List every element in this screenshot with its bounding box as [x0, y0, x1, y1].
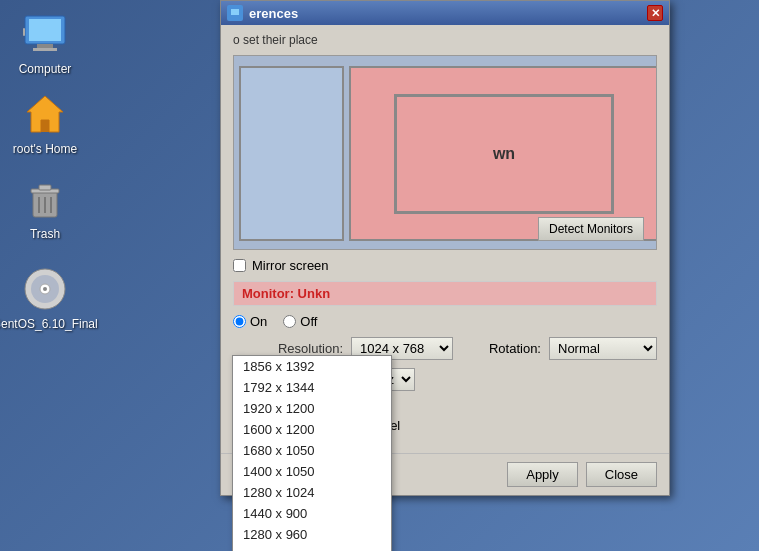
- trash-icon: [21, 175, 69, 223]
- svg-rect-2: [37, 44, 53, 48]
- rotation-inline: Rotation: Normal Left Right Upside Down: [489, 337, 657, 360]
- monitor-preview: wn Detect Monitors: [233, 55, 657, 250]
- dialog-close-button[interactable]: ✕: [647, 5, 663, 21]
- mirror-screens-checkbox[interactable]: [233, 259, 246, 272]
- desktop-icon-trash[interactable]: Trash: [5, 175, 85, 241]
- dropdown-item-1[interactable]: 1792 x 1344: [233, 377, 391, 398]
- dropdown-item-9[interactable]: 1360 x 768: [233, 545, 391, 551]
- monitor-screen-1[interactable]: [239, 66, 344, 241]
- titlebar-left: erences: [227, 5, 298, 21]
- close-button[interactable]: Close: [586, 462, 657, 487]
- detect-monitors-button[interactable]: Detect Monitors: [538, 217, 644, 241]
- on-radio[interactable]: [233, 315, 246, 328]
- dropdown-item-8[interactable]: 1280 x 960: [233, 524, 391, 545]
- resolution-label: Resolution:: [233, 341, 343, 356]
- off-radio[interactable]: [283, 315, 296, 328]
- mirror-row: Mirror screen: [233, 258, 657, 273]
- home-icon-label: root's Home: [13, 142, 77, 156]
- on-radio-label[interactable]: On: [233, 314, 267, 329]
- rotation-select[interactable]: Normal Left Right Upside Down: [549, 337, 657, 360]
- resolution-dropdown-overlay: 1856 x 1392 1792 x 1344 1920 x 1200 1600…: [232, 355, 392, 551]
- monitor-screen-inner: wn: [394, 94, 614, 214]
- monitor-info-bar: Monitor: Unkn: [233, 281, 657, 306]
- on-off-row: On Off: [233, 314, 657, 329]
- dialog-titlebar: erences ✕: [221, 1, 669, 25]
- computer-icon-label: Computer: [19, 62, 72, 76]
- svg-rect-1: [29, 19, 61, 41]
- dropdown-item-0[interactable]: 1856 x 1392: [233, 356, 391, 377]
- svg-rect-3: [33, 48, 57, 51]
- trash-icon-label: Trash: [30, 227, 60, 241]
- dialog-subtitle: o set their place: [233, 33, 657, 47]
- apply-button[interactable]: Apply: [507, 462, 578, 487]
- home-icon: [21, 90, 69, 138]
- dropdown-item-6[interactable]: 1280 x 1024: [233, 482, 391, 503]
- desktop-icon-home[interactable]: root's Home: [5, 90, 85, 156]
- dialog-title-icon: [227, 5, 243, 21]
- dropdown-item-5[interactable]: 1400 x 1050: [233, 461, 391, 482]
- svg-rect-4: [23, 28, 25, 36]
- dropdown-item-4[interactable]: 1680 x 1050: [233, 440, 391, 461]
- dropdown-item-3[interactable]: 1600 x 1200: [233, 419, 391, 440]
- computer-icon: [21, 10, 69, 58]
- monitor-screen-2[interactable]: wn: [349, 66, 657, 241]
- desktop: Computer root's Home Trash: [0, 0, 759, 551]
- svg-rect-9: [39, 185, 51, 190]
- refresh-control: 60 Hz: [351, 368, 657, 391]
- mirror-screens-label[interactable]: Mirror screen: [252, 258, 329, 273]
- svg-rect-6: [41, 120, 49, 132]
- dialog-title: erences: [249, 6, 298, 21]
- dropdown-item-7[interactable]: 1440 x 900: [233, 503, 391, 524]
- dropdown-item-2[interactable]: 1920 x 1200: [233, 398, 391, 419]
- dvd-icon: [21, 265, 69, 313]
- svg-rect-18: [231, 9, 239, 15]
- desktop-icon-computer[interactable]: Computer: [5, 10, 85, 76]
- dvd-icon-label: CentOS_6.10_Final: [0, 317, 98, 331]
- svg-point-16: [43, 287, 47, 291]
- rotation-label: Rotation:: [489, 341, 541, 356]
- off-radio-label[interactable]: Off: [283, 314, 317, 329]
- desktop-icon-dvd[interactable]: CentOS_6.10_Final: [5, 265, 85, 331]
